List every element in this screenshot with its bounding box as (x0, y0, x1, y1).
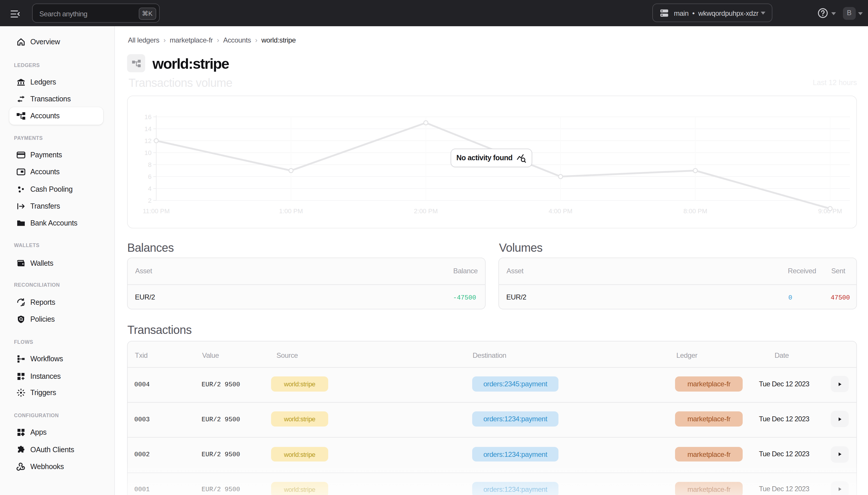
svg-text:6: 6 (148, 173, 151, 180)
svg-text:8:00 PM: 8:00 PM (683, 207, 707, 215)
svg-text:2:00 PM: 2:00 PM (414, 207, 437, 215)
svg-text:14: 14 (144, 125, 151, 133)
svg-text:2: 2 (148, 197, 151, 204)
svg-text:12: 12 (144, 137, 151, 144)
svg-text:4:00 PM: 4:00 PM (548, 207, 572, 215)
svg-text:11:00 PM: 11:00 PM (143, 207, 170, 215)
svg-text:8: 8 (148, 161, 151, 168)
svg-text:16: 16 (144, 113, 151, 121)
svg-text:10: 10 (144, 149, 151, 156)
svg-text:1:00 PM: 1:00 PM (279, 207, 303, 215)
svg-text:4: 4 (148, 185, 151, 192)
